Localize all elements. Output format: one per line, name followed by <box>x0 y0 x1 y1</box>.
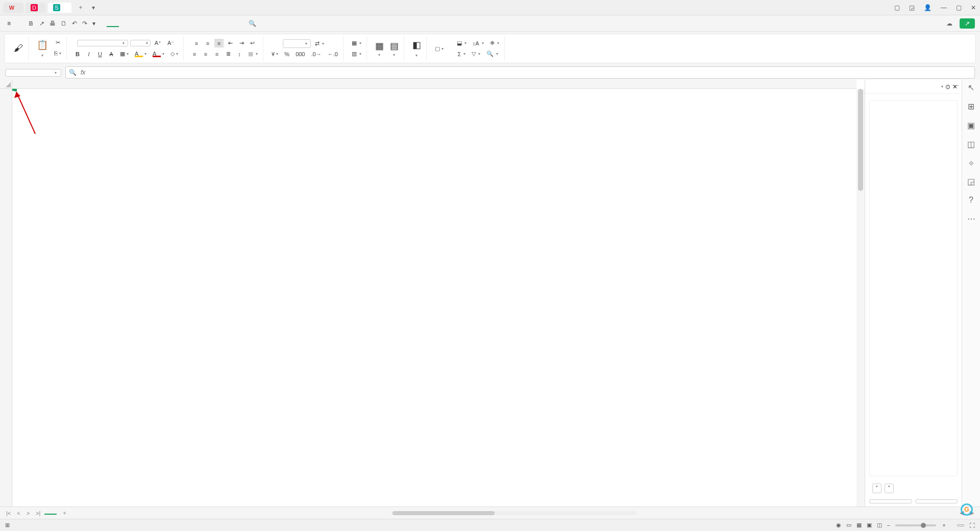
indent-dec-button[interactable]: ⇤ <box>226 39 235 47</box>
fullscreen-icon[interactable]: ⛶ <box>969 522 975 528</box>
select-tool-icon[interactable]: ↖ <box>968 83 974 92</box>
share-button[interactable]: ↗ <box>960 18 975 29</box>
cube-icon[interactable]: ◲ <box>908 3 916 12</box>
copy-button[interactable]: ⎘ <box>52 49 63 57</box>
find-button[interactable]: 🔍 <box>484 50 500 58</box>
layout-icon[interactable]: ▢ <box>893 3 901 12</box>
h-scroll-thumb[interactable] <box>393 511 495 515</box>
gallery-icon[interactable]: ◫ <box>967 139 975 149</box>
table-style-button[interactable]: ▤▾ <box>388 39 401 58</box>
view-page-icon[interactable]: ▣ <box>867 522 872 528</box>
align-center-button[interactable]: ≡ <box>201 50 210 58</box>
redo-icon[interactable]: ↷ <box>82 20 87 27</box>
print-icon[interactable]: 🖶 <box>50 20 56 27</box>
menu-efficiency[interactable] <box>217 20 229 27</box>
menu-smart[interactable] <box>229 20 241 27</box>
clear-format-button[interactable]: ◇ <box>168 50 180 58</box>
menu-formula[interactable] <box>143 20 156 27</box>
align-left-button[interactable]: ≡ <box>190 50 199 58</box>
align-right-button[interactable]: ≡ <box>212 50 222 58</box>
bold-button[interactable]: B <box>73 50 82 58</box>
collapse-panel-icon[interactable]: — <box>952 82 959 89</box>
eye-icon[interactable]: ◉ <box>836 522 841 528</box>
bring-forward-button[interactable]: ˄ <box>872 484 881 493</box>
cond-format-button[interactable]: ◧▾ <box>410 38 423 59</box>
pin-icon[interactable]: ⊙ <box>945 83 950 90</box>
inc-decimal-button[interactable]: .0→ <box>309 50 323 58</box>
indent-inc-button[interactable]: ⇥ <box>237 39 246 47</box>
save-icon[interactable]: 🗎 <box>28 20 34 27</box>
underline-button[interactable]: U <box>95 50 105 58</box>
format-painter-button[interactable]: 🖌 <box>12 42 25 56</box>
horizontal-scrollbar[interactable] <box>72 511 955 515</box>
shrink-font-button[interactable]: A⁻ <box>165 39 176 47</box>
zoom-slider[interactable] <box>895 524 936 526</box>
worksheet-button[interactable]: ▥ <box>350 50 363 58</box>
grow-font-button[interactable]: A⁺ <box>153 39 163 47</box>
spreadsheet-grid[interactable] <box>0 80 865 506</box>
menu-data[interactable] <box>156 20 168 27</box>
fx-icon[interactable]: fx <box>81 69 85 76</box>
sum-button[interactable]: Σ <box>455 50 468 58</box>
show-all-button[interactable] <box>869 499 912 503</box>
menu-page[interactable] <box>131 20 143 27</box>
tab-wps-home[interactable]: W <box>3 3 23 13</box>
minimize-button[interactable]: — <box>940 3 948 12</box>
number-format-select[interactable]: ▾ <box>283 39 311 48</box>
sort-button[interactable]: ↕A <box>471 39 486 47</box>
tab-workbook[interactable]: S <box>48 3 71 13</box>
name-box[interactable]: ▾ <box>5 69 61 77</box>
wrap-text-button[interactable]: ↩ <box>248 39 258 47</box>
paste-button[interactable]: 📋▾ <box>35 38 50 59</box>
filter-button[interactable]: ▽ <box>470 50 482 58</box>
strike-button[interactable]: A <box>107 50 116 58</box>
export-icon[interactable]: ↗ <box>39 20 44 27</box>
fill-button[interactable]: ⬓ <box>455 39 469 47</box>
vertical-scrollbar[interactable] <box>856 89 865 506</box>
font-size-select[interactable]: ▾ <box>130 40 151 46</box>
menu-home[interactable] <box>107 20 119 27</box>
sheet-nav-next[interactable]: > <box>24 510 32 516</box>
zoom-out-button[interactable]: − <box>887 522 890 528</box>
fx-search-icon[interactable]: 🔍 <box>69 69 77 76</box>
sheet-nav-first[interactable]: |< <box>4 510 13 516</box>
row-headers[interactable] <box>0 89 12 506</box>
backup-icon[interactable]: ◲ <box>967 177 975 186</box>
highlight-button[interactable]: A <box>133 50 149 58</box>
print-preview-icon[interactable]: 🗋 <box>61 20 67 27</box>
freeze-button[interactable]: ❄ <box>488 39 501 47</box>
new-tab-button[interactable]: ＋ <box>74 3 88 12</box>
orientation-button[interactable]: ↕ <box>235 50 244 58</box>
view-normal-icon[interactable]: ▦ <box>856 522 862 528</box>
tab-menu-dropdown[interactable]: ▾ <box>88 4 99 11</box>
status-mode-icon[interactable]: ⊞ <box>5 522 10 528</box>
search-icon[interactable]: 🔍 <box>249 20 256 27</box>
scrollbar-thumb[interactable] <box>858 89 863 191</box>
menu-insert[interactable] <box>119 20 131 27</box>
sheet-nav-prev[interactable]: < <box>15 510 22 516</box>
cut-button[interactable]: ✂ <box>52 38 63 47</box>
border-button[interactable]: ▦ <box>118 50 131 58</box>
menu-member[interactable] <box>205 20 217 27</box>
menu-tools[interactable] <box>192 20 205 27</box>
settings-panel-icon[interactable]: ⊞ <box>968 102 974 111</box>
align-justify-button[interactable]: ≣ <box>224 50 233 58</box>
row-col-button[interactable]: ▦ <box>350 39 363 47</box>
align-bottom-button[interactable]: ≡ <box>214 39 224 47</box>
hamburger-icon[interactable]: ≡ <box>5 19 13 28</box>
file-menu[interactable] <box>14 21 22 26</box>
merge-button[interactable]: ▦ <box>246 50 260 58</box>
ruler-icon[interactable]: ⟐ <box>969 158 974 167</box>
undo-icon[interactable]: ↶ <box>72 20 77 27</box>
send-backward-button[interactable]: ˅ <box>885 484 894 493</box>
zoom-handle[interactable] <box>921 523 926 528</box>
italic-button[interactable]: I <box>84 50 93 58</box>
sheet-tab-1[interactable] <box>44 512 57 515</box>
sheet-nav-last[interactable]: >| <box>34 510 42 516</box>
percent-button[interactable]: % <box>282 50 291 58</box>
close-button[interactable]: ✕ <box>970 3 977 12</box>
tab-templates[interactable]: D <box>26 3 46 13</box>
dec-decimal-button[interactable]: ←.0 <box>326 50 340 58</box>
align-middle-button[interactable]: ≡ <box>203 39 212 47</box>
edit-status[interactable]: ☁ <box>946 20 954 27</box>
